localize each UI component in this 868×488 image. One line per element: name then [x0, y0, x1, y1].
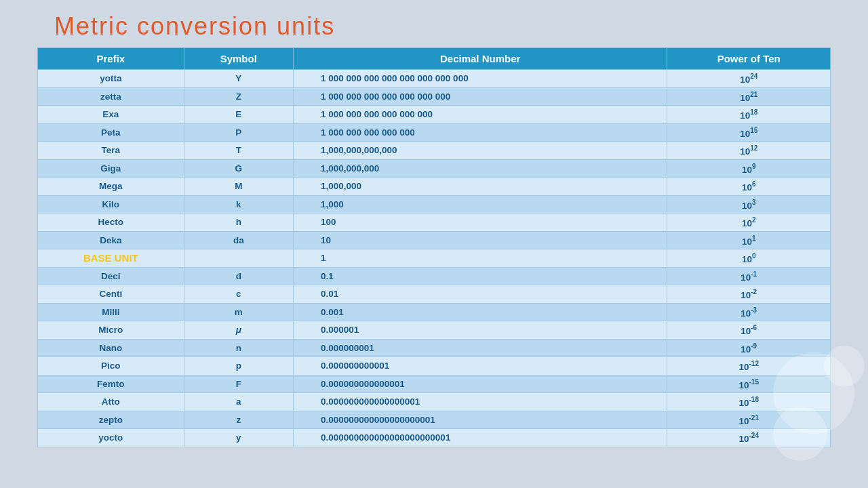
- cell-symbol: Y: [184, 70, 293, 88]
- cell-symbol: k: [184, 195, 293, 214]
- cell-power: 10-2: [667, 285, 831, 304]
- cell-symbol: m: [184, 303, 293, 321]
- cell-power: 106: [667, 178, 831, 196]
- cell-symbol: p: [184, 357, 293, 375]
- table-row: yottaY1 000 000 000 000 000 000 000 0001…: [38, 70, 831, 88]
- cell-decimal: 1 000 000 000 000 000 000 000: [293, 87, 667, 106]
- cell-decimal: 1 000 000 000 000 000 000: [293, 106, 667, 124]
- cell-symbol: z: [184, 411, 293, 429]
- cell-decimal: 0.1: [293, 267, 667, 285]
- table-row: ExaE1 000 000 000 000 000 0001018: [38, 106, 831, 124]
- cell-decimal: 10: [293, 231, 667, 249]
- cell-symbol: [184, 249, 293, 268]
- cell-symbol: P: [184, 123, 293, 142]
- cell-symbol: μ: [184, 321, 293, 340]
- cell-power: 100: [667, 249, 831, 268]
- cell-decimal: 100: [293, 214, 667, 232]
- cell-decimal: 0.000000000000000001: [293, 393, 667, 411]
- cell-prefix: Exa: [38, 106, 184, 124]
- header-power: Power of Ten: [667, 48, 831, 70]
- cell-symbol: a: [184, 393, 293, 411]
- cell-prefix: Femto: [38, 375, 184, 393]
- cell-power: 1012: [667, 142, 831, 160]
- cell-prefix: Peta: [38, 123, 184, 142]
- cell-decimal: 1,000,000,000: [293, 159, 667, 178]
- cell-power: 10-6: [667, 321, 831, 340]
- cell-decimal: 0.000000001: [293, 339, 667, 357]
- cell-decimal: 1,000,000,000,000: [293, 142, 667, 160]
- cell-prefix: yocto: [38, 429, 184, 447]
- cell-prefix: Kilo: [38, 195, 184, 214]
- cell-decimal: 0.000000000001: [293, 357, 667, 375]
- cell-decimal: 0.001: [293, 303, 667, 321]
- cell-prefix: Mega: [38, 178, 184, 196]
- header-decimal: Decimal Number: [293, 48, 667, 70]
- table-row: Attoa0.00000000000000000110-18: [38, 393, 831, 411]
- table-row: TeraT1,000,000,000,0001012: [38, 142, 831, 160]
- cell-prefix: Pico: [38, 357, 184, 375]
- cell-decimal: 1 000 000 000 000 000 000 000 000: [293, 70, 667, 88]
- table-row: yoctoy0.00000000000000000000000110-24: [38, 429, 831, 447]
- cell-power: 10-3: [667, 303, 831, 321]
- cell-symbol: M: [184, 178, 293, 196]
- cell-symbol: c: [184, 285, 293, 304]
- cell-prefix: Deci: [38, 267, 184, 285]
- cell-power: 1024: [667, 70, 831, 88]
- table-row: Microμ0.00000110-6: [38, 321, 831, 340]
- cell-decimal: 0.000000000000000000000001: [293, 429, 667, 447]
- table-row: Nanon0.00000000110-9: [38, 339, 831, 357]
- cell-symbol: E: [184, 106, 293, 124]
- cell-symbol: n: [184, 339, 293, 357]
- cell-power: 109: [667, 159, 831, 178]
- table-row: FemtoF0.00000000000000110-15: [38, 375, 831, 393]
- cell-power: 1021: [667, 87, 831, 106]
- table-row: GigaG1,000,000,000109: [38, 159, 831, 178]
- cell-power: 102: [667, 214, 831, 232]
- cell-power: 101: [667, 231, 831, 249]
- table-row: Decid0.110-1: [38, 267, 831, 285]
- table-row: Dekada10101: [38, 231, 831, 249]
- cell-prefix: Atto: [38, 393, 184, 411]
- table-row: PetaP1 000 000 000 000 0001015: [38, 123, 831, 142]
- cell-prefix: zepto: [38, 411, 184, 429]
- table-row: zeptoz0.00000000000000000000110-21: [38, 411, 831, 429]
- metric-conversion-table: Prefix Symbol Decimal Number Power of Te…: [37, 47, 831, 447]
- table-row: Kilok1,000103: [38, 195, 831, 214]
- cell-prefix: Milli: [38, 303, 184, 321]
- cell-symbol: Z: [184, 87, 293, 106]
- cell-decimal: 1: [293, 249, 667, 268]
- cell-decimal: 1,000,000: [293, 178, 667, 196]
- cell-symbol: d: [184, 267, 293, 285]
- table-row: zettaZ1 000 000 000 000 000 000 0001021: [38, 87, 831, 106]
- table-header-row: Prefix Symbol Decimal Number Power of Te…: [38, 48, 831, 70]
- cell-prefix: Tera: [38, 142, 184, 160]
- cell-symbol: da: [184, 231, 293, 249]
- cell-prefix: Nano: [38, 339, 184, 357]
- cell-power: 103: [667, 195, 831, 214]
- cell-decimal: 0.01: [293, 285, 667, 304]
- cell-prefix: Micro: [38, 321, 184, 340]
- cell-symbol: F: [184, 375, 293, 393]
- table-row: MegaM1,000,000106: [38, 178, 831, 196]
- cell-prefix: zetta: [38, 87, 184, 106]
- cell-prefix: Deka: [38, 231, 184, 249]
- table-row: Hectoh100102: [38, 214, 831, 232]
- cell-power: 1018: [667, 106, 831, 124]
- table-row: Millim0.00110-3: [38, 303, 831, 321]
- table-row: Picop0.00000000000110-12: [38, 357, 831, 375]
- conversion-table-container: Prefix Symbol Decimal Number Power of Te…: [37, 47, 831, 447]
- header-symbol: Symbol: [184, 48, 293, 70]
- cell-symbol: y: [184, 429, 293, 447]
- table-row: BASE UNIT1100: [38, 249, 831, 268]
- cell-prefix: BASE UNIT: [38, 249, 184, 268]
- cell-decimal: 0.000000000000001: [293, 375, 667, 393]
- cell-prefix: yotta: [38, 70, 184, 88]
- cell-power: 10-1: [667, 267, 831, 285]
- cell-decimal: 1,000: [293, 195, 667, 214]
- cell-prefix: Giga: [38, 159, 184, 178]
- cell-decimal: 0.000000000000000000001: [293, 411, 667, 429]
- header-prefix: Prefix: [38, 48, 184, 70]
- cell-decimal: 1 000 000 000 000 000: [293, 123, 667, 142]
- table-row: Centic0.0110-2: [38, 285, 831, 304]
- cell-power: 1015: [667, 123, 831, 142]
